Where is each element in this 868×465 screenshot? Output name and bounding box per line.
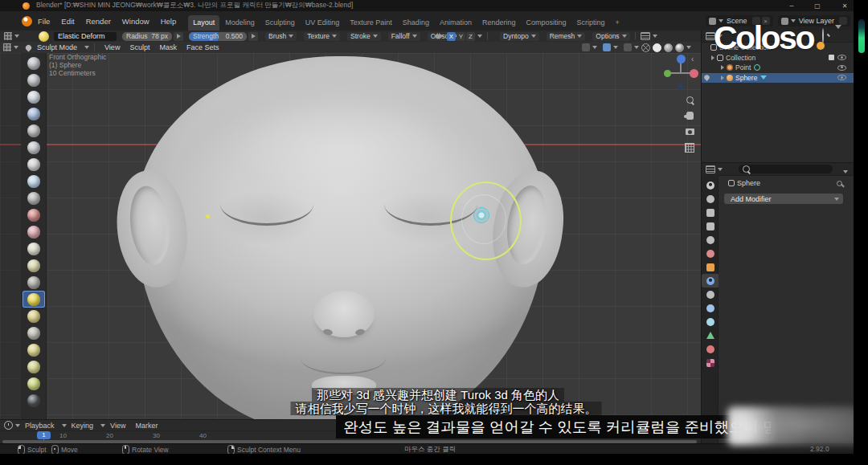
keying-menu[interactable]: Keying <box>67 422 99 430</box>
dyntopo-dropdown[interactable]: Dyntopo <box>500 32 539 41</box>
workspace-tab-rendering[interactable]: Rendering <box>477 15 521 31</box>
close-icon[interactable] <box>834 0 855 11</box>
playback-menu[interactable]: Playback <box>20 422 59 430</box>
particles-tab[interactable] <box>702 288 719 301</box>
face-sets-menu[interactable]: Face Sets <box>182 43 224 51</box>
outliner-row-sphere[interactable]: Sphere <box>702 73 854 84</box>
gizmo-x-axis[interactable] <box>690 69 698 78</box>
constraints-tab[interactable] <box>702 315 719 328</box>
gizmo-neg-z-axis[interactable] <box>678 84 684 90</box>
radius-slider[interactable]: Radius 78 px <box>122 32 172 41</box>
mask-menu[interactable]: Mask <box>154 43 182 51</box>
object-tab[interactable] <box>702 260 719 274</box>
workspace-tab-scripting[interactable]: Scripting <box>571 15 609 31</box>
falloff-dropdown[interactable]: Falloff <box>388 32 420 41</box>
eye-icon[interactable] <box>837 55 846 60</box>
workspace-tab-layout[interactable]: Layout <box>188 15 219 31</box>
maximize-icon[interactable] <box>807 0 828 11</box>
workspace-tab-compositing[interactable]: Compositing <box>521 15 571 31</box>
sculpt-brush-1[interactable] <box>23 55 45 71</box>
disclosure-icon[interactable] <box>721 65 724 70</box>
strength-slider[interactable]: Strength 0.500 <box>189 32 247 41</box>
remesh-dropdown[interactable]: Remesh <box>547 32 586 41</box>
sculpt-brush-6[interactable] <box>23 139 45 156</box>
material-shading-icon[interactable] <box>664 43 673 52</box>
sculpt-brush-12[interactable] <box>23 240 45 257</box>
workspace-tab-+[interactable]: + <box>611 15 624 31</box>
gizmo-y-axis[interactable] <box>664 70 671 77</box>
sculpt-brush-3[interactable] <box>23 88 45 105</box>
sculpt-brush-7[interactable] <box>23 156 45 173</box>
texture-dropdown[interactable]: Texture <box>304 32 340 41</box>
mirror-x-button[interactable]: X <box>447 32 456 41</box>
mirror-z-button[interactable]: Z <box>466 32 475 41</box>
display-mode-icon[interactable] <box>641 32 650 40</box>
zoom-button[interactable] <box>683 93 696 106</box>
sculpt-brush-5[interactable] <box>23 122 45 139</box>
disclosure-icon[interactable] <box>721 75 724 80</box>
workspace-tab-sculpting[interactable]: Sculpting <box>260 15 300 31</box>
properties-search-input[interactable] <box>739 165 833 173</box>
view-layer-tab[interactable] <box>702 219 719 233</box>
minimize-icon[interactable] <box>781 0 802 11</box>
elastic-deform-brush[interactable] <box>23 291 45 308</box>
options-dropdown[interactable]: Options <box>592 32 629 41</box>
material-tab[interactable] <box>702 342 719 356</box>
menu-window[interactable]: Window <box>117 17 155 26</box>
view-menu[interactable]: View <box>105 422 130 430</box>
checkbox-icon[interactable] <box>829 55 834 60</box>
sculpt-brush-9[interactable] <box>23 190 45 206</box>
rendered-shading-icon[interactable] <box>675 43 684 52</box>
menu-file[interactable]: File <box>32 17 55 26</box>
sculpt-brush-4[interactable] <box>23 105 45 122</box>
solid-shading-icon[interactable] <box>653 43 661 52</box>
filter-icon[interactable] <box>835 25 841 43</box>
object-data-tab[interactable] <box>702 328 719 342</box>
view-menu[interactable]: View <box>100 43 125 51</box>
menu-help[interactable]: Help <box>155 17 182 26</box>
xray-toggle-icon[interactable] <box>624 43 632 51</box>
viewport-3d[interactable]: Front Orthographic (1) Sphere 10 Centime… <box>0 53 701 419</box>
menu-render[interactable]: Render <box>80 17 117 26</box>
chevron-down-icon[interactable] <box>477 35 482 38</box>
sculpt-brush-11[interactable] <box>23 223 45 240</box>
filter-chevron-icon[interactable] <box>843 170 848 173</box>
output-tab[interactable] <box>702 206 719 219</box>
sculpt-brush-20[interactable] <box>23 375 45 392</box>
new-view-layer-icon[interactable] <box>839 17 847 25</box>
radius-pressure-icon[interactable] <box>174 32 183 41</box>
wireframe-shading-icon[interactable] <box>641 43 650 52</box>
workspace-tab-shading[interactable]: Shading <box>398 15 434 31</box>
navigation-gizmo[interactable] <box>661 53 701 93</box>
brush-name-field[interactable]: Elastic Deform <box>54 32 117 41</box>
tool-tab[interactable] <box>702 178 719 192</box>
gizmo-z-axis[interactable] <box>677 55 686 63</box>
sidebar-collapse-icon[interactable]: ‹ <box>691 55 694 63</box>
sculpt-brush-16[interactable] <box>23 308 45 324</box>
workspace-tab-animation[interactable]: Animation <box>435 15 477 31</box>
sculpt-brush-2[interactable] <box>23 71 45 88</box>
workspace-tab-uv-editing[interactable]: UV Editing <box>301 15 345 31</box>
marker-menu[interactable]: Marker <box>130 422 162 430</box>
clock-icon[interactable] <box>4 421 13 430</box>
sculpt-menu[interactable]: Sculpt <box>125 43 154 51</box>
strength-pressure-icon[interactable] <box>248 32 258 41</box>
brush-preview-icon[interactable] <box>39 31 49 42</box>
gizmo-toggle-icon[interactable] <box>582 43 590 51</box>
pan-button[interactable] <box>683 109 696 122</box>
sculpt-brush-14[interactable] <box>23 274 45 291</box>
menu-edit[interactable]: Edit <box>55 17 80 26</box>
camera-view-button[interactable] <box>683 125 696 138</box>
sculpt-brush-13[interactable] <box>23 257 45 274</box>
sculpt-brush-18[interactable] <box>23 341 45 358</box>
physics-tab[interactable] <box>702 301 719 315</box>
world-tab[interactable] <box>702 247 719 260</box>
sculpt-brush-21[interactable] <box>23 392 45 409</box>
active-tool-icon[interactable] <box>4 32 12 40</box>
sculpt-brush-19[interactable] <box>23 358 45 375</box>
eye-icon[interactable] <box>837 65 846 71</box>
render-tab[interactable] <box>702 192 719 206</box>
outliner-row-point[interactable]: Point <box>702 63 854 73</box>
stroke-dropdown[interactable]: Stroke <box>347 32 381 41</box>
workspace-tab-texture-paint[interactable]: Texture Paint <box>345 15 397 31</box>
